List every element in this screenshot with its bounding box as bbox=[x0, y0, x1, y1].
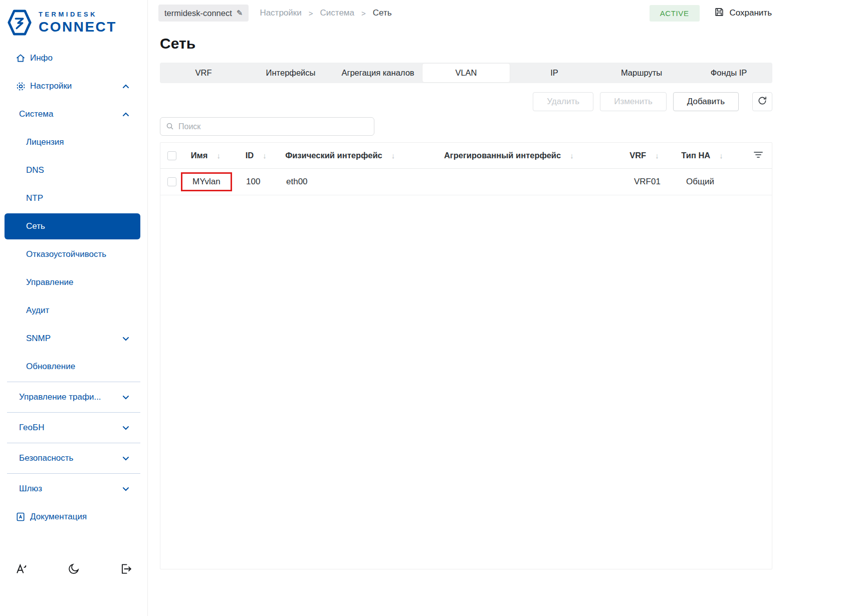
sidebar: TERMIDESK CONNECT Инфо Настройки Система bbox=[0, 0, 148, 616]
sidebar-item-label: NTP bbox=[26, 193, 43, 203]
cell-id: 100 bbox=[236, 169, 276, 195]
gear-icon bbox=[15, 81, 26, 92]
sort-icon: ↓ bbox=[217, 151, 221, 160]
tab-ip[interactable]: IP bbox=[511, 63, 598, 83]
sidebar-item-update[interactable]: Обновление bbox=[0, 353, 147, 381]
save-button[interactable]: Сохранить bbox=[714, 7, 772, 20]
sidebar-item-failover[interactable]: Отказоустойчивость bbox=[0, 240, 147, 268]
topbar-right: ACTIVE Сохранить bbox=[650, 5, 772, 22]
search-input[interactable] bbox=[160, 117, 374, 136]
header-checkbox-cell bbox=[160, 143, 180, 168]
sort-icon: ↓ bbox=[719, 151, 723, 160]
breadcrumb-system[interactable]: Система bbox=[320, 8, 354, 18]
edit-button[interactable]: Изменить bbox=[600, 92, 667, 111]
sidebar-footer bbox=[0, 562, 147, 577]
chevron-down-icon bbox=[122, 337, 129, 341]
save-icon bbox=[714, 7, 725, 20]
select-all-checkbox[interactable] bbox=[167, 151, 176, 160]
tab-interfaces[interactable]: Интерфейсы bbox=[247, 63, 334, 83]
breadcrumb-settings[interactable]: Настройки bbox=[260, 8, 301, 18]
sidebar-item-dns[interactable]: DNS bbox=[0, 156, 147, 184]
vlan-table: Имя ↓ ID ↓ Физический интерфейс ↓ Агреги… bbox=[160, 142, 772, 569]
brand-name-bottom: CONNECT bbox=[39, 19, 117, 35]
search-icon bbox=[166, 122, 174, 132]
sidebar-item-label: Шлюз bbox=[19, 484, 42, 494]
sidebar-item-label: Обновление bbox=[26, 362, 75, 372]
topbar: termidesk-connect ✎ Настройки > Система … bbox=[148, 0, 845, 26]
sidebar-divider bbox=[7, 382, 140, 382]
sidebar-item-label: SNMP bbox=[26, 334, 51, 344]
sidebar-item-snmp[interactable]: SNMP bbox=[0, 325, 147, 353]
tab-link-aggregation[interactable]: Агрегация каналов bbox=[334, 63, 421, 83]
sidebar-item-label: Инфо bbox=[30, 53, 53, 63]
tab-vlan[interactable]: VLAN bbox=[422, 64, 510, 82]
table-row[interactable]: MYvlan 100 eth00 VRF01 Общий bbox=[160, 169, 772, 195]
sidebar-item-audit[interactable]: Аудит bbox=[0, 296, 147, 325]
chevron-down-icon bbox=[122, 426, 129, 430]
filter-cell bbox=[743, 143, 772, 168]
column-header-name[interactable]: Имя ↓ bbox=[180, 143, 235, 168]
sidebar-item-security[interactable]: Безопасность bbox=[0, 444, 147, 472]
refresh-icon bbox=[757, 96, 767, 108]
hostname: termidesk-connect bbox=[164, 9, 232, 18]
sidebar-item-label: Лицензия bbox=[26, 137, 64, 147]
sort-icon: ↓ bbox=[263, 151, 267, 160]
sort-icon: ↓ bbox=[391, 151, 395, 160]
brand-logo bbox=[6, 9, 33, 37]
cell-ha-type: Общий bbox=[676, 169, 749, 195]
sidebar-item-documentation[interactable]: Документация bbox=[0, 503, 147, 531]
sidebar-item-label: Сеть bbox=[26, 221, 45, 231]
column-header-ha-type[interactable]: Тип HA ↓ bbox=[671, 143, 743, 168]
sidebar-item-management[interactable]: Управление bbox=[0, 268, 147, 296]
brand-name-top: TERMIDESK bbox=[39, 11, 117, 18]
hostname-chip[interactable]: termidesk-connect ✎ bbox=[158, 5, 249, 22]
sort-icon: ↓ bbox=[570, 151, 574, 160]
sidebar-menu: Инфо Настройки Система Лицензия DNS NTP bbox=[0, 44, 147, 531]
cell-physical-interface: eth00 bbox=[276, 169, 436, 195]
logout-icon bbox=[119, 562, 132, 577]
home-icon bbox=[15, 53, 26, 63]
tab-routes[interactable]: Маршруты bbox=[598, 63, 685, 83]
language-toggle-button[interactable] bbox=[15, 562, 28, 577]
table-header: Имя ↓ ID ↓ Физический интерфейс ↓ Агреги… bbox=[160, 143, 772, 169]
sidebar-item-label: Управление bbox=[26, 277, 74, 287]
breadcrumb-separator: > bbox=[309, 9, 313, 18]
chevron-down-icon bbox=[122, 395, 129, 400]
main-content: Сеть VRF Интерфейсы Агрегация каналов VL… bbox=[148, 26, 845, 616]
chevron-up-icon bbox=[122, 84, 129, 89]
sidebar-item-label: Система bbox=[19, 109, 53, 119]
cell-filter-spacer bbox=[749, 169, 772, 195]
delete-button[interactable]: Удалить bbox=[533, 92, 593, 111]
sidebar-item-label: DNS bbox=[26, 165, 44, 175]
column-header-id[interactable]: ID ↓ bbox=[235, 143, 275, 168]
column-header-physical-interface[interactable]: Физический интерфейс ↓ bbox=[275, 143, 434, 168]
sidebar-divider bbox=[7, 412, 140, 413]
sidebar-item-license[interactable]: Лицензия bbox=[0, 128, 147, 156]
sidebar-item-info[interactable]: Инфо bbox=[0, 44, 147, 72]
annotation-highlight: MYvlan bbox=[181, 172, 232, 191]
row-checkbox-cell bbox=[160, 169, 180, 195]
breadcrumb-separator: > bbox=[361, 9, 366, 18]
filter-icon[interactable] bbox=[754, 151, 763, 160]
add-button[interactable]: Добавить bbox=[673, 92, 739, 111]
vlan-name: MYvlan bbox=[192, 177, 221, 187]
breadcrumb: Настройки > Система > Сеть bbox=[260, 8, 391, 18]
actions-bar: Удалить Изменить Добавить bbox=[160, 92, 772, 111]
brand: TERMIDESK CONNECT bbox=[0, 0, 147, 44]
tab-ip-pools[interactable]: Фонды IP bbox=[685, 63, 772, 83]
sidebar-item-settings[interactable]: Настройки bbox=[0, 72, 147, 100]
sidebar-item-label: Аудит bbox=[26, 305, 49, 316]
sidebar-item-network[interactable]: Сеть bbox=[5, 213, 140, 239]
refresh-button[interactable] bbox=[752, 92, 772, 111]
row-checkbox[interactable] bbox=[167, 177, 176, 186]
sidebar-item-gateway[interactable]: Шлюз bbox=[0, 475, 147, 503]
logout-button[interactable] bbox=[119, 562, 132, 577]
column-header-vrf[interactable]: VRF ↓ bbox=[619, 143, 671, 168]
sidebar-item-geobn[interactable]: ГеоБН bbox=[0, 414, 147, 442]
sidebar-item-system[interactable]: Система bbox=[0, 100, 147, 128]
sidebar-item-ntp[interactable]: NTP bbox=[0, 184, 147, 212]
sidebar-item-traffic-management[interactable]: Управление трафи... bbox=[0, 383, 147, 411]
tab-vrf[interactable]: VRF bbox=[160, 63, 247, 83]
theme-toggle-button[interactable] bbox=[67, 562, 80, 577]
column-header-aggregated-interface[interactable]: Агрегированный интерфейс ↓ bbox=[434, 143, 619, 168]
